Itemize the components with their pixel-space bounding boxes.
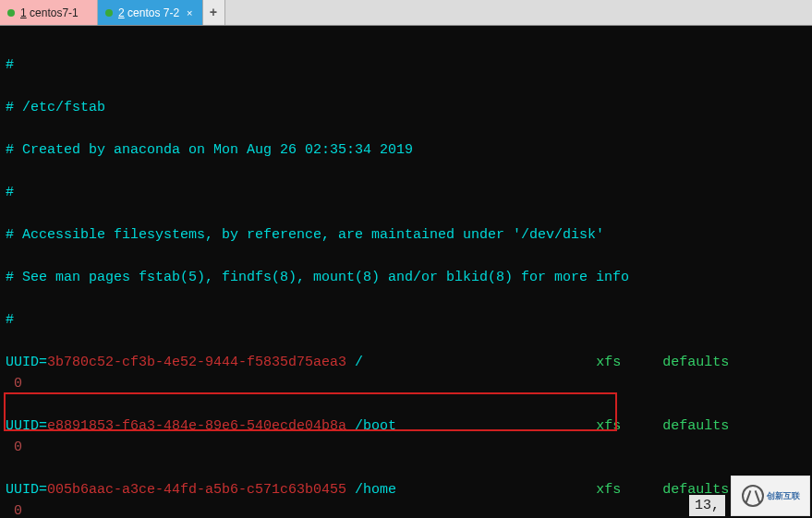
tab-centos7-2[interactable]: 2 centos 7-2 ×	[98, 0, 203, 25]
tab-label: 1 centos7-1	[20, 6, 79, 19]
comment-line: #	[6, 182, 806, 203]
logo-icon	[742, 485, 764, 507]
status-bar: 13,	[689, 495, 725, 516]
terminal[interactable]: # # /etc/fstab # Created by anaconda on …	[0, 26, 812, 518]
fstab-entry: UUID=005b6aac-a3ce-44fd-a5b6-c571c63b045…	[6, 479, 806, 518]
comment-line: # /etc/fstab	[6, 97, 806, 118]
tab-centos7-1[interactable]: 1 centos7-1	[0, 0, 98, 25]
add-tab-button[interactable]: +	[203, 0, 225, 25]
tab-bar: 1 centos7-1 2 centos 7-2 × +	[0, 0, 812, 26]
watermark-logo: 创新互联	[731, 476, 810, 516]
comment-line: #	[6, 309, 806, 331]
logo-text: 创新互联	[767, 486, 800, 507]
comment-line: # Created by anaconda on Mon Aug 26 02:3…	[6, 139, 806, 161]
fstab-entry: UUID=e8891853-f6a3-484e-89e6-540ecde04b8…	[6, 416, 806, 458]
status-dot-icon	[7, 9, 15, 17]
comment-line: # Accessible filesystems, by reference, …	[6, 224, 806, 246]
tab-label: 2 centos 7-2	[118, 6, 179, 19]
fstab-entry: UUID=3b780c52-cf3b-4e52-9444-f5835d75aea…	[6, 352, 806, 394]
status-dot-icon	[105, 9, 113, 17]
comment-line: # See man pages fstab(5), findfs(8), mou…	[6, 267, 806, 288]
comment-line: #	[6, 54, 806, 76]
close-icon[interactable]: ×	[185, 7, 194, 18]
